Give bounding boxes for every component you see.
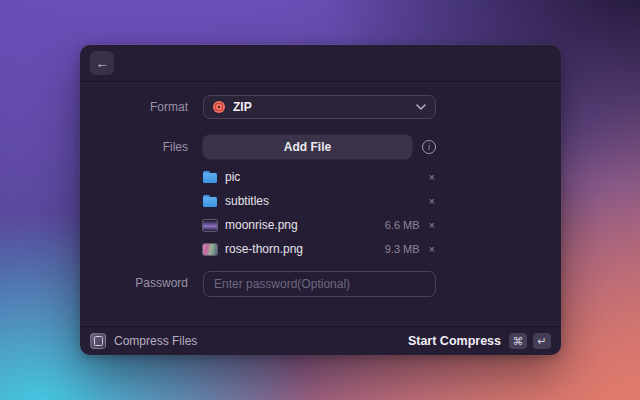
format-row: Format ZIP — [80, 95, 561, 119]
file-size: 9.3 MB — [385, 243, 420, 255]
remove-file-icon[interactable]: × — [428, 244, 436, 255]
remove-file-icon[interactable]: × — [428, 220, 436, 231]
back-button[interactable]: ← — [90, 51, 114, 75]
add-file-button[interactable]: Add File — [203, 135, 412, 159]
compress-files-window: ← Format ZIP Files Add File i — [80, 45, 561, 355]
password-row: Password — [80, 271, 561, 297]
remove-file-icon[interactable]: × — [428, 196, 436, 207]
enter-key-icon: ↵ — [533, 333, 551, 349]
file-row-subtitles: subtitles × — [203, 189, 436, 213]
files-label: Files — [80, 135, 203, 159]
info-icon[interactable]: i — [422, 140, 436, 154]
start-compress-button[interactable]: Start Compress ⌘ ↵ — [408, 331, 551, 351]
remove-file-icon[interactable]: × — [428, 172, 436, 183]
password-label: Password — [80, 271, 203, 295]
command-key-icon: ⌘ — [509, 333, 527, 349]
file-size: 6.6 MB — [385, 219, 420, 231]
start-compress-label: Start Compress — [408, 334, 501, 348]
chevron-down-icon — [416, 104, 426, 110]
file-list: pic × subtitles × moonrise.png 6.6 MB × — [203, 165, 436, 261]
form-content: Format ZIP Files Add File i — [80, 82, 561, 326]
file-row-moonrise: moonrise.png 6.6 MB × — [203, 213, 436, 237]
file-list-row: pic × subtitles × moonrise.png 6.6 MB × — [80, 159, 561, 261]
zip-format-icon — [213, 101, 225, 113]
footer-bar: Compress Files Start Compress ⌘ ↵ — [80, 326, 561, 355]
folder-icon — [203, 171, 217, 183]
file-row-pic: pic × — [203, 165, 436, 189]
file-name: moonrise.png — [225, 218, 377, 232]
file-name: pic — [225, 170, 412, 184]
file-name: rose-thorn.png — [225, 242, 377, 256]
compress-files-app-icon — [90, 333, 106, 349]
footer-app-name: Compress Files — [114, 334, 400, 348]
folder-icon — [203, 195, 217, 207]
format-selected-value: ZIP — [233, 100, 408, 114]
image-thumbnail-icon — [203, 220, 217, 231]
format-label: Format — [80, 95, 203, 119]
format-dropdown[interactable]: ZIP — [203, 95, 436, 119]
window-header: ← — [80, 45, 561, 82]
file-name: subtitles — [225, 194, 412, 208]
file-row-rose-thorn: rose-thorn.png 9.3 MB × — [203, 237, 436, 261]
image-thumbnail-icon — [203, 244, 217, 255]
password-input[interactable] — [203, 271, 436, 297]
files-row: Files Add File i — [80, 135, 561, 159]
